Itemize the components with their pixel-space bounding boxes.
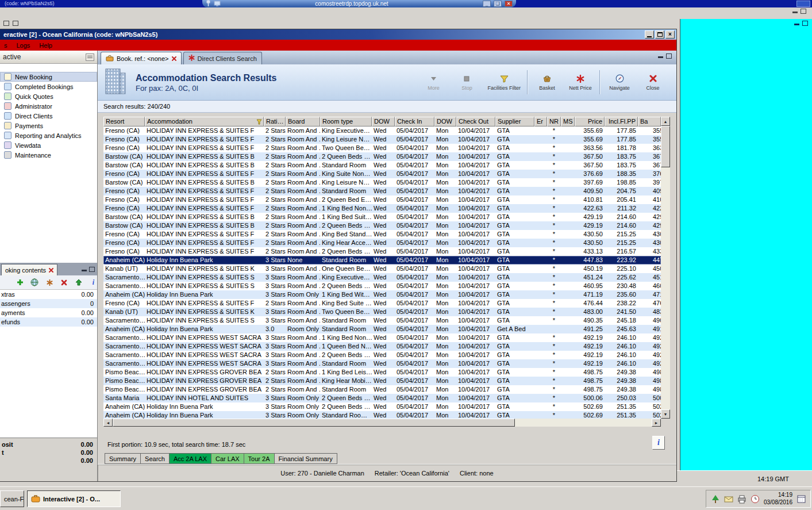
menu-item-help[interactable]: Help [39,42,52,49]
scroll-thumb[interactable] [113,419,515,427]
table-row[interactable]: Anaheim (CA)Holiday Inn Buena Park3 Star… [103,290,661,299]
clock-icon[interactable] [751,494,760,504]
column-header-nr[interactable]: NR [547,117,561,126]
column-header-dow[interactable]: DOW [434,117,456,126]
tab-direct-clients-search[interactable]: Direct Clients Search [183,52,262,64]
table-row[interactable]: Barstow (CA)HOLIDAY INN EXPRESS & SUITES… [103,221,661,230]
minimize-button[interactable] [645,30,654,39]
rdp-minimize-button[interactable]: _ [483,1,491,7]
rdp-restore-button[interactable]: ❏ [494,1,502,7]
rdp-close-button[interactable]: ✕ [505,1,513,7]
title-bar[interactable]: eractive [2] - Ocean California (code: w… [0,29,676,40]
cyan-window-controls[interactable] [794,21,808,26]
column-header-check-in[interactable]: Check In [395,117,434,126]
column-header-price[interactable]: Price [575,117,605,126]
facilities-filter-button[interactable]: Facilities Filter [483,68,525,96]
table-row[interactable]: Anaheim (CA)Holiday Inn Buena Park3 Star… [103,256,661,264]
nett-price-button[interactable]: Nett Price [564,68,597,96]
table-row[interactable]: Sacramento…HOLIDAY INN EXPRESS WEST SACR… [103,333,661,342]
table-row[interactable]: Barstow (CA)HOLIDAY INN EXPRESS & SUITES… [103,178,661,187]
basket-button[interactable]: Basket [530,68,564,96]
menu-item[interactable]: s [4,42,7,49]
mail-icon[interactable] [724,494,733,504]
table-row[interactable]: Sacramento…HOLIDAY INN EXPRESS WEST SACR… [103,359,661,368]
table-row[interactable]: Fresno (CA)HOLIDAY INN EXPRESS & SUITES … [103,195,661,204]
column-header-resort[interactable]: Resort [103,117,145,126]
table-row[interactable]: Barstow (CA)HOLIDAY INN EXPRESS & SUITES… [103,213,661,221]
bottom-tab-search[interactable]: Search [141,453,170,464]
close-button[interactable]: × [665,30,675,39]
info-icon[interactable]: i [90,278,97,287]
printer-icon[interactable] [737,494,746,504]
minimize-icon[interactable] [792,11,798,13]
sidebar-item-reporting-and-analytics[interactable]: Reporting and Analytics [0,131,97,140]
scroll-thumb[interactable] [661,126,670,167]
column-header-board[interactable]: Board [286,117,320,126]
maximize-button[interactable] [655,30,664,39]
table-row[interactable]: Fresno (CA)HOLIDAY INN EXPRESS & SUITES … [103,299,661,308]
column-header-rati[interactable]: Rati… [264,117,286,126]
scroll-track[interactable] [661,126,670,409]
scroll-right-button[interactable]: ► [652,419,661,427]
table-row[interactable]: Fresno (CA)HOLIDAY INN EXPRESS & SUITES … [103,239,661,247]
sidebar-item-maintenance[interactable]: Maintenance [0,150,97,160]
table-row[interactable]: Sacramento…HOLIDAY INN EXPRESS & SUITES … [103,282,661,290]
table-row[interactable]: Barstow (CA)HOLIDAY INN EXPRESS & SUITES… [103,161,661,170]
column-header-supplier[interactable]: Supplier [495,117,534,126]
table-row[interactable]: Kanab (UT)HOLIDAY INN EXPRESS & SUITES K… [103,308,661,316]
pane-controls[interactable] [658,53,672,59]
column-header-er[interactable]: Er [534,117,547,126]
bottom-tab-acc-2a-lax[interactable]: Acc 2A LAX [170,453,211,464]
table-row[interactable]: Fresno (CA)HOLIDAY INN EXPRESS & SUITES … [103,204,661,213]
minimize-icon[interactable] [82,270,87,271]
column-header-dow[interactable]: DOW [372,117,395,126]
tab-close-icon[interactable] [49,267,53,274]
sidebar-item-administrator[interactable]: Administrator [0,101,97,111]
scroll-up-button[interactable]: ▲ [661,117,670,126]
column-header-accommodation[interactable]: Accommodation [145,117,264,126]
scroll-track[interactable] [113,419,652,427]
filter-funnel-icon[interactable] [256,119,262,126]
table-row[interactable]: Fresno (CA)HOLIDAY INN EXPRESS & SUITES … [103,247,661,256]
bottom-tab-car-lax[interactable]: Car LAX [211,453,244,464]
sidebar-item-payments[interactable]: Payments [0,121,97,131]
scroll-left-button[interactable]: ◄ [103,419,113,427]
restore-icon[interactable] [801,9,806,14]
table-row[interactable]: Fresno (CA)HOLIDAY INN EXPRESS & SUITES … [103,135,661,144]
table-row[interactable]: Fresno (CA)HOLIDAY INN EXPRESS & SUITES … [103,170,661,178]
table-row[interactable]: Anaheim (CA)Holiday Inn Buena Park3 Star… [103,402,661,411]
taskbar-button-ocean[interactable]: cean-F... [0,490,24,507]
table-row[interactable]: Anaheim (CA)Holiday Inn Buena Park3.0Roo… [103,325,661,333]
restore-icon[interactable] [89,267,95,272]
table-row[interactable]: Santa MariaHOLIDAY INN HOTEL AND SUITES3… [103,394,661,402]
booking-contents-controls[interactable] [82,267,97,275]
sidebar-item-viewdata[interactable]: Viewdata [0,140,97,150]
column-header-ms[interactable]: MS [561,117,575,126]
sidebar-item-new-booking[interactable]: New Booking [0,72,97,82]
sidebar-item-quick-quotes[interactable]: Quick Quotes [0,91,97,101]
column-header-ba[interactable]: Ba [638,117,661,126]
table-row[interactable]: Sacramento…HOLIDAY INN EXPRESS WEST SACR… [103,342,661,351]
calendar-icon[interactable] [796,494,806,504]
restore-icon[interactable] [802,21,808,26]
flower-icon[interactable] [45,278,53,287]
column-header-incl-fl-pp[interactable]: Incl.Fl.PP [605,117,638,126]
sidebar-collapse-button[interactable] [86,53,94,61]
table-row[interactable]: Pismo Beac…HOLIDAY INN EXPRESS GROVER BE… [103,368,661,377]
export-icon[interactable] [75,278,82,287]
vertical-scrollbar[interactable]: ▲ ▼ [661,117,670,419]
sidebar-item-direct-clients[interactable]: Direct Clients [0,111,97,121]
background-window-controls[interactable] [792,9,806,14]
delete-icon[interactable] [60,278,68,287]
column-header-room-type[interactable]: Room type [320,117,372,126]
minimize-icon[interactable] [658,56,663,58]
table-row[interactable]: Sacramento…HOLIDAY INN EXPRESS & SUITES … [103,273,661,282]
bottom-tab-tour-2a[interactable]: Tour 2A [244,453,275,464]
navigate-button[interactable]: Navigate [603,68,636,96]
table-row[interactable]: Anaheim (CA)Holiday Inn Buena Park3 Star… [103,411,661,419]
tab-close-icon[interactable] [172,55,176,62]
table-row[interactable]: Fresno (CA)HOLIDAY INN EXPRESS & SUITES … [103,126,661,135]
info-button[interactable]: i [652,436,665,450]
tree-icon[interactable] [711,494,720,504]
menu-item-logs[interactable]: Logs [17,42,30,49]
